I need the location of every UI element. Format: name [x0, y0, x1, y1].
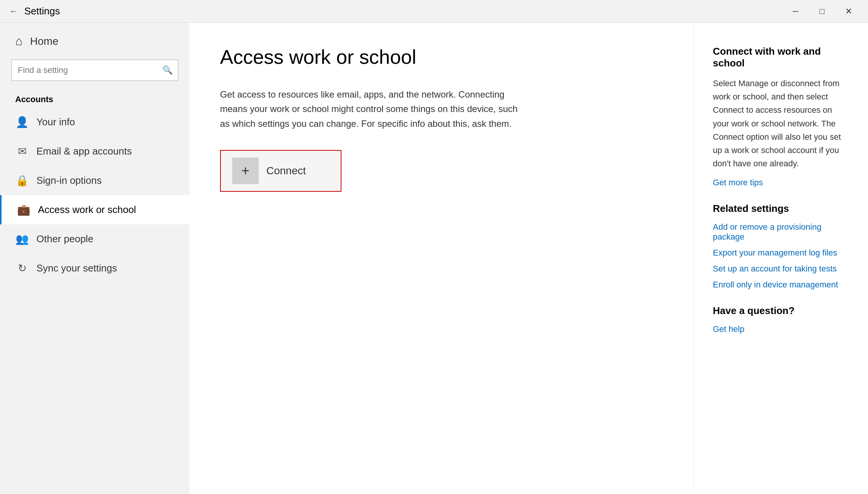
get-help-link[interactable]: Get help	[713, 324, 849, 334]
home-icon: ⌂	[15, 34, 22, 48]
sidebar: ⌂ Home 🔍 Accounts 👤 Your info ✉ Email & …	[0, 23, 190, 494]
sidebar-item-label: Other people	[36, 233, 93, 245]
search-icon[interactable]: 🔍	[157, 60, 178, 81]
page-title: Access work or school	[220, 46, 663, 68]
sidebar-item-label: Your info	[36, 116, 75, 128]
briefcase-icon: 💼	[17, 204, 30, 216]
connect-section-text: Select Manage or disconnect from work or…	[713, 77, 849, 170]
search-input[interactable]	[12, 65, 157, 75]
titlebar: ← Settings ─ □ ✕	[0, 0, 868, 23]
content-area: Access work or school Get access to reso…	[190, 23, 693, 494]
sidebar-item-label: Access work or school	[38, 204, 136, 216]
close-button[interactable]: ✕	[835, 0, 862, 23]
sidebar-item-sync-settings[interactable]: ↻ Sync your settings	[0, 254, 190, 283]
sign-in-icon: 🔒	[15, 174, 29, 187]
people-icon: 👥	[15, 233, 29, 245]
sidebar-item-label: Sync your settings	[36, 262, 117, 274]
right-panel: Connect with work and school Select Mana…	[693, 23, 868, 494]
provisioning-link[interactable]: Add or remove a provisioning package	[713, 222, 849, 242]
related-settings-title: Related settings	[713, 203, 849, 215]
get-more-tips-link[interactable]: Get more tips	[713, 178, 849, 188]
account-tests-link[interactable]: Set up an account for taking tests	[713, 264, 849, 274]
sidebar-item-sign-in[interactable]: 🔒 Sign-in options	[0, 166, 190, 195]
window-controls: ─ □ ✕	[782, 0, 862, 23]
connect-label: Connect	[266, 165, 306, 177]
sidebar-item-label: Sign-in options	[36, 175, 102, 186]
email-icon: ✉	[15, 145, 29, 158]
connect-plus-icon: +	[232, 158, 259, 184]
sidebar-item-your-info[interactable]: 👤 Your info	[0, 107, 190, 137]
export-logs-link[interactable]: Export your management log files	[713, 248, 849, 258]
section-label: Accounts	[0, 88, 190, 107]
search-box: 🔍	[11, 60, 178, 81]
sidebar-item-access-work[interactable]: 💼 Access work or school	[0, 195, 190, 224]
sidebar-item-email-accounts[interactable]: ✉ Email & app accounts	[0, 137, 190, 166]
back-button[interactable]: ←	[6, 4, 21, 19]
connect-button[interactable]: + Connect	[220, 150, 341, 192]
sidebar-item-label: Email & app accounts	[36, 145, 132, 157]
have-question-title: Have a question?	[713, 305, 849, 317]
main-container: ⌂ Home 🔍 Accounts 👤 Your info ✉ Email & …	[0, 23, 868, 494]
sidebar-home[interactable]: ⌂ Home	[0, 23, 190, 60]
maximize-button[interactable]: □	[809, 0, 835, 23]
enroll-device-link[interactable]: Enroll only in device management	[713, 280, 849, 290]
sidebar-item-other-people[interactable]: 👥 Other people	[0, 224, 190, 254]
sync-icon: ↻	[15, 262, 29, 275]
app-title: Settings	[24, 5, 60, 17]
your-info-icon: 👤	[15, 116, 29, 128]
description-text: Get access to resources like email, apps…	[220, 87, 524, 131]
home-label: Home	[30, 35, 58, 47]
minimize-button[interactable]: ─	[782, 0, 809, 23]
connect-section-title: Connect with work and school	[713, 46, 849, 69]
